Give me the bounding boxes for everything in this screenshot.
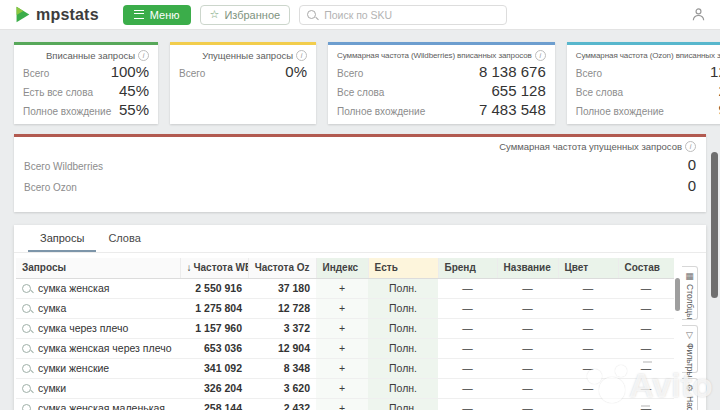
- col-header-name[interactable]: Название: [497, 258, 558, 278]
- index-value: +: [316, 358, 368, 378]
- card-missed-queries: Упущенные запросы Всего 0%: [170, 42, 316, 124]
- search-icon: [22, 404, 31, 410]
- name-value: —: [497, 338, 558, 358]
- stat-value: 0: [688, 156, 696, 173]
- query-link[interactable]: сумки: [22, 382, 174, 394]
- query-link[interactable]: сумки женские: [22, 362, 174, 374]
- card-title: Суммарная частота (Wildberries) вписанны…: [337, 50, 546, 61]
- settings-panel-tab[interactable]: ⚙ Настройки: [682, 378, 698, 410]
- stat-label: Всего Wildberries: [24, 161, 103, 172]
- sku-search-input[interactable]: [322, 8, 499, 22]
- index-value: +: [316, 298, 368, 318]
- query-link[interactable]: сумка женская через плечо: [22, 342, 174, 354]
- stat-row: Все слова 655 128: [337, 82, 546, 99]
- col-header-color[interactable]: Цвет: [558, 258, 618, 278]
- query-link[interactable]: сумка женская маленькая: [22, 402, 174, 410]
- est-value: Полн.: [368, 398, 438, 410]
- stat-label: Все слова: [337, 87, 384, 98]
- page-scrollbar-thumb[interactable]: [711, 152, 718, 298]
- card-missed-frequency-total: Суммарная частота упущенных запросов Все…: [14, 134, 706, 212]
- color-value: —: [558, 338, 618, 358]
- name-value: —: [497, 378, 558, 398]
- card-inscribed-queries: Вписанные запросы Всего 100% Есть все сл…: [14, 42, 158, 124]
- info-icon[interactable]: [296, 50, 307, 61]
- brand-value: —: [438, 358, 497, 378]
- wb-frequency-value: 341 092: [180, 358, 248, 378]
- col-header-brand[interactable]: Бренд: [438, 258, 497, 278]
- brand-value: —: [438, 338, 497, 358]
- composition-value: —: [618, 338, 674, 358]
- card-title: Суммарная частота упущенных запросов: [24, 141, 696, 152]
- est-value: Полн.: [368, 378, 438, 398]
- name-value: —: [497, 278, 558, 298]
- table-row: сумка через плечо 1 157 960 3 372 + Полн…: [16, 318, 674, 338]
- stat-row: Всего Wildberries 0: [24, 156, 696, 173]
- table-side-panel: ▦ Столбцы ▽ Фильтры ⚙ Настройки: [682, 266, 698, 410]
- table-tabs: Запросы Слова: [14, 225, 706, 253]
- stat-value: 120 072: [710, 63, 720, 80]
- brand-value: —: [438, 278, 497, 298]
- stat-row: Всего 120 072: [576, 63, 720, 80]
- search-icon: [307, 10, 316, 19]
- search-icon: [22, 384, 31, 393]
- stat-row: Полное вхождение 55%: [23, 101, 149, 118]
- logo-text: mpstats: [36, 6, 99, 24]
- info-icon[interactable]: [535, 50, 546, 61]
- query-link[interactable]: сумка женская: [22, 282, 174, 294]
- card-ozon-frequency: Суммарная частота (Ozon) вписанных запро…: [567, 42, 720, 124]
- columns-panel-tab[interactable]: ▦ Столбцы: [682, 266, 698, 320]
- search-icon: [22, 284, 31, 293]
- table-row: сумка женская 2 550 916 37 180 + Полн. —…: [16, 278, 674, 298]
- composition-value: —: [618, 318, 674, 338]
- stat-value: 45%: [119, 82, 149, 99]
- page-content: Вписанные запросы Всего 100% Есть все сл…: [0, 30, 720, 410]
- table-row: сумки 326 204 3 620 + Полн. — — — —: [16, 378, 674, 398]
- col-header-est[interactable]: Есть: [368, 258, 438, 278]
- query-link[interactable]: сумка: [22, 302, 174, 314]
- menu-button-label: Меню: [150, 9, 180, 21]
- composition-value: —: [618, 378, 674, 398]
- wb-frequency-value: 653 036: [180, 338, 248, 358]
- color-value: —: [558, 318, 618, 338]
- info-icon[interactable]: [138, 50, 149, 61]
- col-header-index[interactable]: Индекс: [316, 258, 368, 278]
- table-scrollbar-thumb[interactable]: [675, 278, 680, 311]
- favorites-button[interactable]: ☆ Избранное: [200, 5, 291, 25]
- filter-icon: ▽: [685, 330, 695, 340]
- card-title: Вписанные запросы: [23, 50, 149, 61]
- card-title-text: Суммарная частота (Wildberries) вписанны…: [337, 51, 532, 60]
- col-header-queries[interactable]: Запросы: [16, 258, 180, 278]
- queries-table: Запросы ↓Частота WB Частота Oz Индекс Ес…: [16, 258, 674, 410]
- stat-value: 8 138 676: [479, 63, 546, 80]
- stat-cards-row: Вписанные запросы Всего 100% Есть все сл…: [14, 42, 706, 124]
- card-title: Упущенные запросы: [179, 50, 307, 61]
- col-header-wb-frequency[interactable]: ↓Частота WB: [180, 258, 248, 278]
- color-value: —: [558, 398, 618, 410]
- col-header-oz-frequency[interactable]: Частота Oz: [248, 258, 316, 278]
- info-icon[interactable]: [685, 141, 696, 152]
- card-title-text: Суммарная частота упущенных запросов: [499, 141, 682, 152]
- name-value: —: [497, 298, 558, 318]
- color-value: —: [558, 378, 618, 398]
- user-account-icon[interactable]: [691, 7, 706, 22]
- mpstats-logo: mpstats: [14, 6, 99, 24]
- tab-queries[interactable]: Запросы: [28, 225, 96, 252]
- wb-frequency-value: 326 204: [180, 378, 248, 398]
- filters-panel-tab[interactable]: ▽ Фильтры: [682, 325, 698, 373]
- tab-words[interactable]: Слова: [96, 225, 152, 252]
- query-link[interactable]: сумка через плечо: [22, 322, 174, 334]
- col-header-composition[interactable]: Состав: [618, 258, 674, 278]
- stat-label: Полное вхождение: [23, 106, 111, 117]
- index-value: +: [316, 278, 368, 298]
- stat-value: 100%: [111, 63, 149, 80]
- stat-label: Есть все слова: [23, 87, 93, 98]
- oz-frequency-value: 12 904: [248, 338, 316, 358]
- stat-value: 0: [688, 177, 696, 194]
- menu-button[interactable]: Меню: [123, 5, 191, 25]
- stat-row: Все слова 21 162: [576, 82, 720, 99]
- wb-frequency-value: 258 144: [180, 398, 248, 410]
- oz-frequency-value: 12 728: [248, 298, 316, 318]
- stat-label: Всего: [337, 68, 363, 79]
- queries-table-card: Запросы Слова Запросы ↓Частота WB Частот…: [14, 225, 706, 410]
- table-row: сумка женская маленькая 258 144 2 432 + …: [16, 398, 674, 410]
